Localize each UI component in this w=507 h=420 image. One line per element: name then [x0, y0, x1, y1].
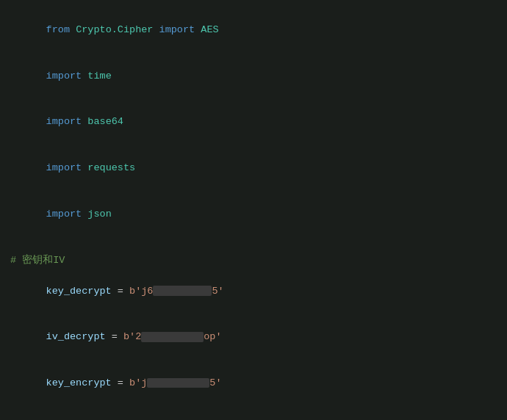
- code-line-8: key_decrypt = b'j6 5': [0, 269, 507, 315]
- code-line-3: import base64: [0, 100, 507, 146]
- code-editor: from Crypto.Cipher import AES import tim…: [0, 0, 507, 420]
- code-line-9: iv_decrypt = b'2 op': [0, 314, 507, 361]
- code-line-4: import requests: [0, 145, 507, 192]
- code-line-11: iv_encrypt = b'2 op': [0, 407, 507, 420]
- code-line-5: import json: [0, 192, 507, 238]
- code-line-2: import time: [0, 54, 507, 100]
- code-line-6: [0, 238, 507, 253]
- code-line-7: # 密钥和IV: [0, 253, 507, 269]
- code-line-10: key_encrypt = b'j 5': [0, 361, 507, 407]
- code-line-1: from Crypto.Cipher import AES: [0, 7, 507, 54]
